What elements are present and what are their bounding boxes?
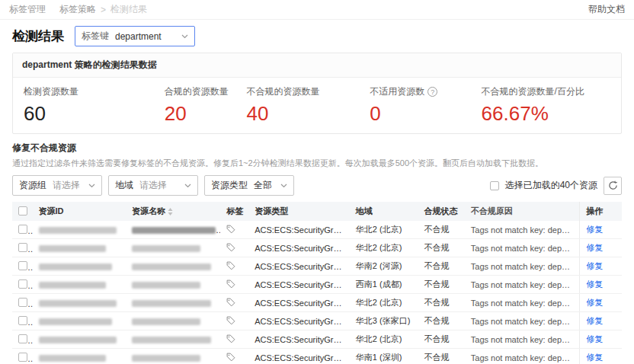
repair-link[interactable]: 修复 — [586, 353, 603, 362]
select-all-checkbox[interactable] — [18, 206, 27, 216]
nav-tag-policy[interactable]: 标签策略 — [59, 3, 96, 16]
repair-link[interactable]: 修复 — [586, 261, 603, 270]
table-header-row: 资源ID 资源名称 标签 资源类型 地域 合规状态 不合规原因 操作 — [12, 202, 622, 221]
row-checkbox[interactable] — [18, 261, 27, 270]
resource-type-cell: ACS:ECS:SecurityGroup — [248, 221, 350, 239]
resource-type-cell: ACS:ECS:SecurityGroup — [248, 239, 350, 257]
col-region: 地域 — [350, 202, 418, 221]
repair-section-description: 通过指定过滤条件来筛选需要修复标签的不合规资源。修复后1~2分钟检测结果数据更新… — [12, 158, 622, 169]
stat-label: 不合规的资源数量 — [247, 85, 370, 98]
tag-icon[interactable] — [226, 243, 235, 252]
resource-name-redacted — [132, 245, 200, 252]
region-cell: 华北3 (张家口) — [350, 312, 418, 330]
region-select[interactable]: 地域 请选择 — [108, 175, 198, 196]
compliance-status-cell: 不合规 — [418, 276, 465, 294]
tag-icon[interactable] — [226, 261, 235, 270]
select-loaded-checkbox[interactable] — [490, 181, 499, 190]
resource-id-redacted — [39, 263, 112, 270]
tag-icon[interactable] — [226, 279, 235, 289]
repair-link[interactable]: 修复 — [586, 316, 603, 325]
tag-icon[interactable] — [226, 298, 235, 307]
repair-link[interactable]: 修复 — [586, 298, 603, 307]
col-resource-name[interactable]: 资源名称 — [126, 202, 220, 221]
summary-card: department 策略的检测结果数据 检测资源数量 60 合规的资源数量 2… — [12, 53, 622, 134]
stat-value: 66.67% — [482, 103, 610, 124]
col-compliance-status: 合规状态 — [418, 202, 465, 221]
filter-value: 请选择 — [53, 179, 82, 192]
select-loaded-label: 选择已加载的40个资源 — [505, 179, 597, 192]
page-title: 检测结果 — [12, 27, 64, 45]
chevron-down-icon — [181, 34, 188, 39]
row-checkbox[interactable] — [18, 353, 27, 362]
compliance-status-cell: 不合规 — [418, 257, 465, 276]
compliance-status-cell: 不合规 — [418, 349, 465, 364]
resource-id-redacted — [39, 355, 106, 362]
tag-icon[interactable] — [226, 225, 235, 234]
filter-label: 资源类型 — [211, 179, 248, 192]
stat-value: 60 — [24, 103, 165, 124]
filter-row: 资源组 请选择 地域 请选择 资源类型 全部 选择已加载的40个资源 — [12, 175, 622, 196]
sort-icon[interactable] — [168, 208, 173, 216]
stat-value: 0 — [370, 103, 481, 124]
noncompliance-reason-cell: Tags not match key: department — [465, 221, 580, 239]
region-cell: 华北2 (北京) — [350, 330, 418, 349]
page-header: 检测结果 标签键 department — [0, 20, 634, 51]
noncompliance-reason-cell: Tags not match key: department — [465, 276, 580, 294]
table-row: ACS:ECS:SecurityGroup 华北2 (北京) 不合规 Tags … — [12, 294, 622, 312]
resource-type-select[interactable]: 资源类型 全部 — [204, 175, 294, 196]
resource-table: 资源ID 资源名称 标签 资源类型 地域 合规状态 不合规原因 操作 ACS:E… — [12, 202, 622, 364]
noncompliance-reason-cell: Tags not match key: department — [465, 349, 580, 364]
resource-group-select[interactable]: 资源组 请选择 — [12, 175, 102, 196]
stat-detected: 检测资源数量 60 — [24, 85, 165, 124]
tag-icon[interactable] — [226, 316, 235, 325]
col-action: 操作 — [580, 202, 622, 221]
stat-label: 检测资源数量 — [24, 85, 165, 98]
tag-key-label: 标签键 — [82, 30, 109, 43]
repair-link[interactable]: 修复 — [586, 334, 603, 343]
refresh-icon — [608, 180, 618, 190]
stat-compliant: 合规的资源数量 20 — [165, 85, 247, 124]
repair-link[interactable]: 修复 — [586, 279, 603, 289]
table-body: ACS:ECS:SecurityGroup 华北2 (北京) 不合规 Tags … — [12, 221, 622, 364]
breadcrumb-separator: > — [101, 5, 106, 15]
region-cell: 华北2 (北京) — [350, 221, 418, 239]
row-checkbox[interactable] — [18, 316, 27, 325]
noncompliance-reason-cell: Tags not match key: department — [465, 330, 580, 349]
tag-icon[interactable] — [226, 334, 235, 343]
resource-id-redacted — [39, 282, 106, 289]
filter-label: 地域 — [115, 179, 133, 192]
resource-type-cell: ACS:ECS:SecurityGroup — [248, 312, 350, 330]
topbar: 标签管理 标签策略 > 检测结果 帮助文档 — [0, 0, 634, 20]
col-resource-type: 资源类型 — [248, 202, 350, 221]
refresh-button[interactable] — [604, 177, 622, 195]
resource-type-cell: ACS:ECS:SecurityGroup — [248, 257, 350, 276]
row-checkbox[interactable] — [18, 243, 27, 252]
resource-name-redacted — [132, 300, 211, 307]
nav-tag-management[interactable]: 标签管理 — [9, 3, 46, 16]
stat-noncompliant-percent: 不合规的资源数量/百分比 66.67% — [482, 85, 610, 124]
noncompliance-reason-cell: Tags not match key: department — [465, 257, 580, 276]
row-checkbox[interactable] — [18, 279, 27, 289]
row-checkbox[interactable] — [18, 334, 27, 343]
noncompliance-reason-cell: Tags not match key: department — [465, 239, 580, 257]
repair-link[interactable]: 修复 — [586, 243, 603, 252]
chevron-down-icon — [280, 184, 287, 188]
noncompliance-reason-cell: Tags not match key: department — [465, 312, 580, 330]
chevron-down-icon — [88, 184, 95, 188]
compliance-status-cell: 不合规 — [418, 312, 465, 330]
region-cell: 华北2 (北京) — [350, 294, 418, 312]
row-checkbox[interactable] — [18, 225, 27, 234]
resource-id-redacted — [39, 337, 117, 343]
compliance-status-cell: 不合规 — [418, 221, 465, 239]
filter-value: 全部 — [254, 179, 274, 192]
info-icon[interactable]: ? — [427, 87, 437, 97]
stat-label: 不适用资源数 — [370, 85, 424, 98]
resource-name-redacted — [132, 227, 216, 234]
tag-icon[interactable] — [226, 353, 235, 362]
region-cell: 华南2 (河源) — [350, 257, 418, 276]
repair-link[interactable]: 修复 — [586, 225, 603, 234]
help-doc-link[interactable]: 帮助文档 — [588, 3, 625, 16]
row-checkbox[interactable] — [18, 298, 27, 307]
region-cell: 西南1 (成都) — [350, 276, 418, 294]
tag-key-select[interactable]: 标签键 department — [75, 26, 195, 46]
